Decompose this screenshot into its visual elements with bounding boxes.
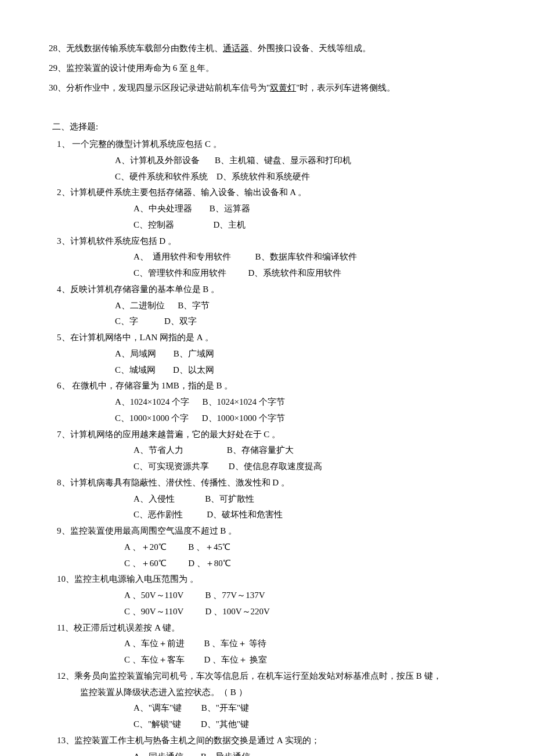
mc-q13: 13、监控装置工作主机与热备主机之间的数据交换是通过 A 实现的； A、同步通信… bbox=[57, 733, 483, 756]
fill-item-28: 28、无线数据传输系统车载部分由数传主机、通话器、外围接口设备、天线等组成。 bbox=[49, 41, 483, 57]
mc-q8: 8、计算机病毒具有隐蔽性、潜伏性、传播性、激发性和 D 。 A、入侵性 B、可扩… bbox=[57, 475, 483, 523]
mc-q5: 5、在计算机网络中，LAN 网指的是 A 。 A、局域网 B、广域网 C、城域网… bbox=[57, 330, 483, 378]
question-stem: 2、计算机硬件系统主要包括存储器、输入设备、输出设备和 A 。 bbox=[57, 185, 483, 201]
question-stem: 6、 在微机中，存储容量为 1MB，指的是 B 。 bbox=[57, 378, 483, 394]
question-stem: 11、校正滞后过机误差按 A 键。 bbox=[57, 620, 483, 636]
mc-q7: 7、计算机网络的应用越来越普遍，它的最大好处在于 C 。 A、节省人力 B、存储… bbox=[57, 427, 483, 475]
text: 29、监控装置的设计使用寿命为 6 至 bbox=[49, 63, 190, 73]
question-stem: 4、反映计算机存储容量的基本单位是 B 。 bbox=[57, 282, 483, 298]
question-stem: 12、乘务员向监控装置输完司机号，车次等信息后，在机车运行至始发站对标基准点时，… bbox=[57, 668, 483, 685]
text: 年。 bbox=[197, 63, 214, 73]
mc-q9: 9、监控装置使用最高周围空气温度不超过 B 。 A 、＋20℃ B 、＋45℃ … bbox=[57, 523, 483, 571]
option-row: A 、＋20℃ B 、＋45℃ bbox=[57, 539, 483, 556]
question-stem: 3、计算机软件系统应包括 D 。 bbox=[57, 233, 483, 250]
option-row: A 、车位＋前进 B 、车位＋ 等待 bbox=[57, 636, 483, 652]
question-stem-cont: 监控装置从降级状态进入监控状态。（ B ） bbox=[57, 685, 483, 701]
mc-q11: 11、校正滞后过机误差按 A 键。 A 、车位＋前进 B 、车位＋ 等待 C 、… bbox=[57, 620, 483, 668]
page-root: 28、无线数据传输系统车载部分由数传主机、通话器、外围接口设备、天线等组成。 2… bbox=[0, 0, 534, 756]
option-row: A、中央处理器 B、运算器 bbox=[57, 201, 483, 217]
option-row: C 、90V～110V D 、100V～220V bbox=[57, 604, 483, 620]
fill-item-29: 29、监控装置的设计使用寿命为 6 至 8 年。 bbox=[49, 60, 483, 77]
option-row: C、控制器 D、主机 bbox=[57, 217, 483, 233]
mc-q12: 12、乘务员向监控装置输完司机号，车次等信息后，在机车运行至始发站对标基准点时，… bbox=[57, 668, 483, 733]
option-row: A、1024×1024 个字 B、1024×1024 个字节 bbox=[57, 394, 483, 411]
fill-answer: 通话器 bbox=[223, 44, 249, 53]
option-row: A、 通用软件和专用软件 B、数据库软件和编译软件 bbox=[57, 249, 483, 265]
option-row: C、管理软件和应用软件 D、系统软件和应用软件 bbox=[57, 265, 483, 282]
section-title: 二、选择题: bbox=[52, 119, 483, 135]
option-row: C、可实现资源共享 D、使信息存取速度提高 bbox=[57, 459, 483, 475]
mc-q6: 6、 在微机中，存储容量为 1MB，指的是 B 。 A、1024×1024 个字… bbox=[57, 378, 483, 426]
option-row: C、城域网 D、以太网 bbox=[57, 362, 483, 379]
option-row: A、同步通信 B、异步通信 bbox=[57, 749, 483, 757]
fill-in-block: 28、无线数据传输系统车载部分由数传主机、通话器、外围接口设备、天线等组成。 2… bbox=[49, 41, 483, 96]
fill-answer: 双黄灯 bbox=[270, 83, 296, 92]
option-row: C、1000×1000 个字 D、1000×1000 个字节 bbox=[57, 411, 483, 427]
option-row: C 、车位＋客车 D 、车位＋ 换室 bbox=[57, 652, 483, 668]
mc-q4: 4、反映计算机存储容量的基本单位是 B 。 A、二进制位 B、字节 C、字 D、… bbox=[57, 282, 483, 330]
mc-q3: 3、计算机软件系统应包括 D 。 A、 通用软件和专用软件 B、数据库软件和编译… bbox=[57, 233, 483, 282]
option-row: A、节省人力 B、存储容量扩大 bbox=[57, 442, 483, 459]
text: 28、无线数据传输系统车载部分由数传主机、 bbox=[49, 44, 223, 53]
question-stem: 10、监控主机电源输入电压范围为 。 bbox=[57, 571, 483, 588]
question-stem: 7、计算机网络的应用越来越普遍，它的最大好处在于 C 。 bbox=[57, 427, 483, 443]
option-row: C、字 D、双字 bbox=[57, 314, 483, 330]
mc-q1: 1、 一个完整的微型计算机系统应包括 C 。 A、计算机及外部设备 B、主机箱、… bbox=[57, 136, 483, 185]
text: 30、分析作业中，发现四显示区段记录进站前机车信号为" bbox=[49, 83, 270, 92]
text: "时，表示列车进将侧线。 bbox=[296, 83, 395, 92]
question-stem: 9、监控装置使用最高周围空气温度不超过 B 。 bbox=[57, 523, 483, 539]
option-row: C、恶作剧性 D、破坏性和危害性 bbox=[57, 507, 483, 523]
question-stem: 1、 一个完整的微型计算机系统应包括 C 。 bbox=[57, 136, 483, 153]
option-row: C、硬件系统和软件系统 D、系统软件和系统硬件 bbox=[57, 169, 483, 185]
option-row: C 、＋60℃ D 、＋80℃ bbox=[57, 556, 483, 572]
option-row: A、二进制位 B、字节 bbox=[57, 298, 483, 314]
fill-item-30: 30、分析作业中，发现四显示区段记录进站前机车信号为"双黄灯"时，表示列车进将侧… bbox=[49, 80, 483, 96]
option-row: A、局域网 B、广域网 bbox=[57, 346, 483, 362]
option-row: C、"解锁"键 D、"其他"键 bbox=[57, 717, 483, 733]
fill-answer: 8 bbox=[190, 63, 197, 73]
option-row: A、计算机及外部设备 B、主机箱、键盘、显示器和打印机 bbox=[57, 153, 483, 169]
option-row: A 、50V～110V B 、77V～137V bbox=[57, 588, 483, 604]
question-stem: 8、计算机病毒具有隐蔽性、潜伏性、传播性、激发性和 D 。 bbox=[57, 475, 483, 491]
mc-q2: 2、计算机硬件系统主要包括存储器、输入设备、输出设备和 A 。 A、中央处理器 … bbox=[57, 185, 483, 233]
option-row: A、入侵性 B、可扩散性 bbox=[57, 491, 483, 507]
text: 、外围接口设备、天线等组成。 bbox=[249, 44, 371, 53]
question-stem: 5、在计算机网络中，LAN 网指的是 A 。 bbox=[57, 330, 483, 346]
option-row: A、"调车"键 B、"开车"键 bbox=[57, 700, 483, 717]
mc-q10: 10、监控主机电源输入电压范围为 。 A 、50V～110V B 、77V～13… bbox=[57, 571, 483, 620]
question-stem: 13、监控装置工作主机与热备主机之间的数据交换是通过 A 实现的； bbox=[57, 733, 483, 749]
